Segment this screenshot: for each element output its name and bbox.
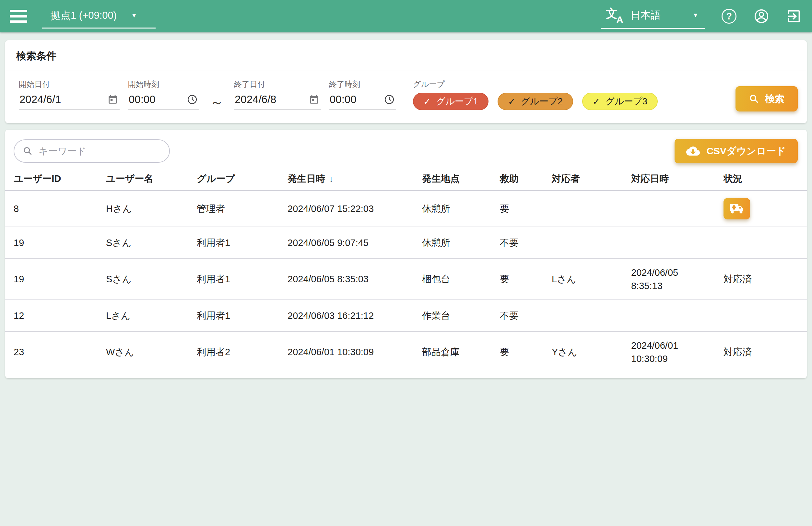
cell-location: 休憩所 <box>422 195 500 223</box>
cell-responded-at: 2024/06/05 8:35:13 <box>631 259 692 299</box>
check-icon: ✓ <box>593 96 600 107</box>
account-icon <box>753 8 770 24</box>
logout-button[interactable] <box>785 8 802 25</box>
group3-chip[interactable]: ✓ グループ3 <box>582 93 658 110</box>
site-select[interactable]: 拠点1 (+09:00) ▼ <box>42 4 156 29</box>
start-time-field[interactable]: 開始時刻 00:00 <box>128 79 199 110</box>
search-conditions-panel: 検索条件 開始日付 2024/6/1 開始時刻 00:00 <box>5 40 807 123</box>
group-filter: グループ ✓ グループ1 ✓ グループ2 ✓ グループ3 <box>413 79 658 110</box>
cell-responder <box>552 236 631 250</box>
chevron-down-icon: ▼ <box>131 12 137 18</box>
cell-user-id: 12 <box>14 302 106 330</box>
group3-chip-label: グループ3 <box>606 95 648 107</box>
cell-user-name: Sさん <box>106 265 197 293</box>
cell-status: 対応済 <box>724 265 799 293</box>
cell-rescue: 不要 <box>500 302 552 330</box>
start-time-label: 開始時刻 <box>128 79 199 89</box>
col-rescue: 救助 <box>500 169 552 190</box>
end-date-label: 終了日付 <box>234 79 321 89</box>
search-icon <box>749 94 759 104</box>
cell-location: 部品倉庫 <box>422 338 500 366</box>
clock-icon[interactable] <box>187 94 198 105</box>
group-filter-label: グループ <box>413 79 658 89</box>
cell-responder <box>552 308 631 323</box>
cell-user-id: 19 <box>14 229 106 257</box>
group1-chip[interactable]: ✓ グループ1 <box>413 93 489 110</box>
table-row: 8 Hさん 管理者 2024/06/07 15:22:03 休憩所 要 <box>5 191 807 227</box>
cell-group: 利用者1 <box>197 229 288 257</box>
cell-responded-at <box>631 236 692 250</box>
col-responder: 対応者 <box>552 169 631 190</box>
csv-download-button[interactable]: CSVダウンロード <box>675 139 798 163</box>
cell-group: 利用者1 <box>197 302 288 330</box>
chevron-down-icon: ▼ <box>692 12 698 18</box>
cell-responder <box>552 202 631 216</box>
group2-chip-label: グループ2 <box>521 95 563 107</box>
keyword-search-field[interactable] <box>14 140 170 163</box>
end-time-field[interactable]: 終了時刻 00:00 <box>329 79 396 110</box>
cell-user-id: 19 <box>14 265 106 293</box>
cell-user-name: Sさん <box>106 229 197 257</box>
cell-user-name: Hさん <box>106 195 197 223</box>
cell-occurred-at: 2024/06/05 8:35:03 <box>288 265 422 293</box>
translate-icon: 文 A <box>606 7 623 23</box>
check-icon: ✓ <box>423 96 431 107</box>
col-status: 状況 <box>724 169 799 190</box>
end-date-value: 2024/6/8 <box>235 93 276 106</box>
cell-occurred-at: 2024/06/05 9:07:45 <box>288 229 422 257</box>
help-button[interactable]: ? <box>721 8 737 25</box>
cell-user-name: Lさん <box>106 302 197 330</box>
cell-occurred-at: 2024/06/03 16:21:12 <box>288 302 422 330</box>
end-time-value: 00:00 <box>330 93 357 106</box>
col-location: 発生地点 <box>422 169 500 190</box>
ambulance-dispatch-button[interactable] <box>724 198 750 219</box>
panel-title: 検索条件 <box>5 40 807 71</box>
clock-icon[interactable] <box>384 94 395 105</box>
table-row: 12 Lさん 利用者1 2024/06/03 16:21:12 作業台 不要 <box>5 300 807 332</box>
start-time-value: 00:00 <box>129 93 156 106</box>
csv-download-label: CSVダウンロード <box>706 145 786 158</box>
search-button[interactable]: 検索 <box>736 86 798 112</box>
search-icon <box>23 146 33 156</box>
cloud-download-icon <box>686 144 700 158</box>
account-button[interactable] <box>753 8 770 25</box>
menu-icon[interactable] <box>10 10 27 23</box>
ambulance-icon <box>729 203 744 215</box>
cell-location: 作業台 <box>422 302 500 330</box>
group2-chip[interactable]: ✓ グループ2 <box>497 93 573 110</box>
end-time-label: 終了時刻 <box>329 79 396 89</box>
logout-icon <box>786 8 802 24</box>
cell-location: 休憩所 <box>422 229 500 257</box>
cell-group: 利用者2 <box>197 338 288 366</box>
help-icon: ? <box>722 9 737 24</box>
start-date-field[interactable]: 開始日付 2024/6/1 <box>19 79 120 110</box>
cell-group: 利用者1 <box>197 265 288 293</box>
group1-chip-label: グループ1 <box>436 95 478 107</box>
cell-rescue: 要 <box>500 265 552 293</box>
cell-user-id: 23 <box>14 338 106 366</box>
results-panel: CSVダウンロード ユーザーID ユーザー名 グループ 発生日時 ↓ 発生地点 … <box>5 130 807 378</box>
calendar-icon[interactable] <box>107 94 118 105</box>
cell-responded-at: 2024/06/01 10:30:09 <box>631 332 692 372</box>
col-group: グループ <box>197 169 288 190</box>
cell-responded-at <box>631 202 692 216</box>
start-date-value: 2024/6/1 <box>19 93 61 106</box>
end-date-field[interactable]: 終了日付 2024/6/8 <box>234 79 321 110</box>
cell-rescue: 不要 <box>500 229 552 257</box>
language-select[interactable]: 文 A 日本語 ▼ <box>601 4 705 29</box>
cell-status <box>724 308 799 323</box>
table-row: 19 Sさん 利用者1 2024/06/05 8:35:03 梱包台 要 Lさん… <box>5 259 807 300</box>
cell-status <box>724 236 799 250</box>
cell-responded-at <box>631 308 692 323</box>
col-user-id: ユーザーID <box>14 169 106 190</box>
cell-status: 対応済 <box>724 338 799 366</box>
cell-rescue: 要 <box>500 195 552 223</box>
keyword-input[interactable] <box>39 146 161 157</box>
table-header-row: ユーザーID ユーザー名 グループ 発生日時 ↓ 発生地点 救助 対応者 対応日… <box>5 169 807 191</box>
cell-occurred-at: 2024/06/01 10:30:09 <box>288 338 422 366</box>
calendar-icon[interactable] <box>308 94 320 105</box>
col-occurred-at[interactable]: 発生日時 ↓ <box>288 169 422 190</box>
cell-user-id: 8 <box>14 195 106 223</box>
sort-desc-icon[interactable]: ↓ <box>329 174 334 184</box>
cell-user-name: Wさん <box>106 338 197 366</box>
